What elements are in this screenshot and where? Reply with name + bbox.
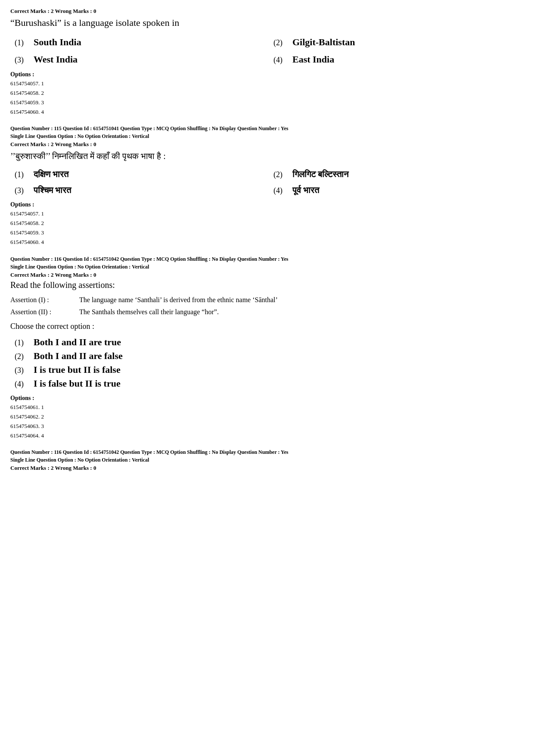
q116-repeat-meta-line1: Question Number : 116 Question Id : 6154… (10, 448, 524, 456)
q116-repeat-meta: Question Number : 116 Question Id : 6154… (10, 448, 524, 464)
q115-option-3[interactable]: (3) पश्चिम भारत (15, 184, 265, 197)
q115-options-grid: (1) दक्षिण भारत (2) गिलगिट बल्टिस्तान (3… (15, 168, 524, 197)
q114-option-1[interactable]: (1) South India (15, 35, 265, 50)
q116-repeat-correct-marks: Correct Marks : 2 Wrong Marks : 0 (10, 465, 524, 472)
q115-opt4-text: पूर्व भारत (292, 185, 319, 195)
q116-assertion1-label: Assertion (I) : (10, 296, 71, 304)
q116-opt3-num: (3) (15, 366, 27, 375)
q116-option-4[interactable]: (4) I is false but II is true (15, 377, 524, 390)
q114-correct-marks: Correct Marks : 2 Wrong Marks : 0 (10, 8, 524, 15)
q114-option-3[interactable]: (3) West India (15, 52, 265, 67)
q115-option-1[interactable]: (1) दक्षिण भारत (15, 168, 265, 181)
q114-options-grid: (1) South India (2) Gilgit-Baltistan (3)… (15, 35, 524, 67)
q115-opt3-num: (3) (15, 186, 27, 195)
q115-opt1-num: (1) (15, 170, 27, 179)
q115-opt1-text: दक्षिण भारत (34, 169, 68, 179)
q115-correct-marks: Correct Marks : 2 Wrong Marks : 0 (10, 141, 524, 148)
q114-opt-list-1: 6154754057. 1 (10, 79, 524, 88)
q116-assertion2-row: Assertion (II) : The Santhals themselves… (10, 308, 524, 316)
q114-question-text: “Burushaski” is a language isolate spoke… (10, 16, 524, 30)
q114-opt1-num: (1) (15, 38, 27, 47)
q115-options-label: Options : (10, 201, 524, 208)
q116-opt1-text: Both I and II are true (34, 337, 121, 348)
q116-options-label: Options : (10, 395, 524, 402)
question-114-block: Correct Marks : 2 Wrong Marks : 0 “Burus… (10, 8, 524, 117)
q116-block: Question Number : 116 Question Id : 6154… (10, 255, 524, 440)
q116-opt-list-1: 6154754061. 1 (10, 403, 524, 412)
q116-opt-list-2: 6154754062. 2 (10, 412, 524, 422)
q114-opt3-text: West India (34, 54, 78, 65)
q116-meta-line1: Question Number : 116 Question Id : 6154… (10, 255, 524, 263)
q116-meta: Question Number : 116 Question Id : 6154… (10, 255, 524, 271)
q116-assertion2-text: The Santhals themselves call their langu… (79, 308, 219, 316)
q114-opt2-num: (2) (273, 38, 286, 47)
q115-meta: Question Number : 115 Question Id : 6154… (10, 125, 524, 140)
q116-read-text: Read the following assertions: (10, 280, 524, 290)
q115-opt3-text: पश्चिम भारत (34, 185, 71, 195)
q116-options-list: 6154754061. 1 6154754062. 2 6154754063. … (10, 403, 524, 440)
q116-repeat-meta-line2: Single Line Question Option : No Option … (10, 456, 524, 464)
q116-choose-text: Choose the correct option : (10, 322, 524, 331)
q116-opt3-text: I is true but II is false (34, 364, 121, 375)
q115-opt2-num: (2) (273, 170, 286, 179)
q116-opt1-num: (1) (15, 338, 27, 347)
q114-opt1-text: South India (34, 37, 81, 48)
q116-assertion1-text: The language name ‘Santhali’ is derived … (79, 296, 278, 304)
q115-meta-line2: Single Line Question Option : No Option … (10, 132, 524, 140)
q116-option-2[interactable]: (2) Both I and II are false (15, 349, 524, 363)
q114-opt2-text: Gilgit-Baltistan (292, 37, 355, 48)
q116-assertions: Assertion (I) : The language name ‘Santh… (10, 296, 524, 316)
q114-opt3-num: (3) (15, 56, 27, 65)
q116-options-vertical: (1) Both I and II are true (2) Both I an… (15, 335, 524, 390)
q115-opt-list-4: 6154754060. 4 (10, 237, 524, 247)
q115-question-text: ’’बुरुशास्की’’ निम्नलिखित में कहाँ की पृ… (10, 150, 524, 162)
q116-opt2-text: Both I and II are false (34, 350, 123, 362)
q116-repeat-block: Question Number : 116 Question Id : 6154… (10, 448, 524, 472)
q114-opt-list-2: 6154754058. 2 (10, 88, 524, 98)
q116-opt-list-3: 6154754063. 3 (10, 422, 524, 431)
q114-opt4-text: East India (292, 54, 334, 65)
q115-opt2-text: गिलगिट बल्टिस्तान (292, 169, 348, 179)
q115-option-4[interactable]: (4) पूर्व भारत (273, 184, 524, 197)
q116-assertion1-row: Assertion (I) : The language name ‘Santh… (10, 296, 524, 304)
q114-options-label: Options : (10, 71, 524, 78)
q115-opt-list-1: 6154754057. 1 (10, 209, 524, 219)
q116-option-3[interactable]: (3) I is true but II is false (15, 363, 524, 377)
q115-option-2[interactable]: (2) गिलगिट बल्टिस्तान (273, 168, 524, 181)
q115-options-list: 6154754057. 1 6154754058. 2 6154754059. … (10, 209, 524, 247)
q115-meta-line1: Question Number : 115 Question Id : 6154… (10, 125, 524, 132)
q114-opt-list-3: 6154754059. 3 (10, 98, 524, 107)
q116-assertion2-label: Assertion (II) : (10, 308, 71, 316)
q115-block: Question Number : 115 Question Id : 6154… (10, 125, 524, 247)
q114-opt4-num: (4) (273, 56, 286, 65)
q116-opt4-num: (4) (15, 380, 27, 389)
q116-correct-marks: Correct Marks : 2 Wrong Marks : 0 (10, 272, 524, 278)
q116-option-1[interactable]: (1) Both I and II are true (15, 335, 524, 349)
q115-opt-list-2: 6154754058. 2 (10, 219, 524, 228)
q114-options-list: 6154754057. 1 6154754058. 2 6154754059. … (10, 79, 524, 117)
q114-option-2[interactable]: (2) Gilgit-Baltistan (273, 35, 524, 50)
q116-opt4-text: I is false but II is true (34, 378, 121, 389)
q115-opt4-num: (4) (273, 186, 286, 195)
q114-opt-list-4: 6154754060. 4 (10, 107, 524, 117)
q115-opt-list-3: 6154754059. 3 (10, 228, 524, 237)
q116-meta-line2: Single Line Question Option : No Option … (10, 263, 524, 271)
q114-option-4[interactable]: (4) East India (273, 52, 524, 67)
q116-opt2-num: (2) (15, 352, 27, 361)
q116-opt-list-4: 6154754064. 4 (10, 431, 524, 440)
